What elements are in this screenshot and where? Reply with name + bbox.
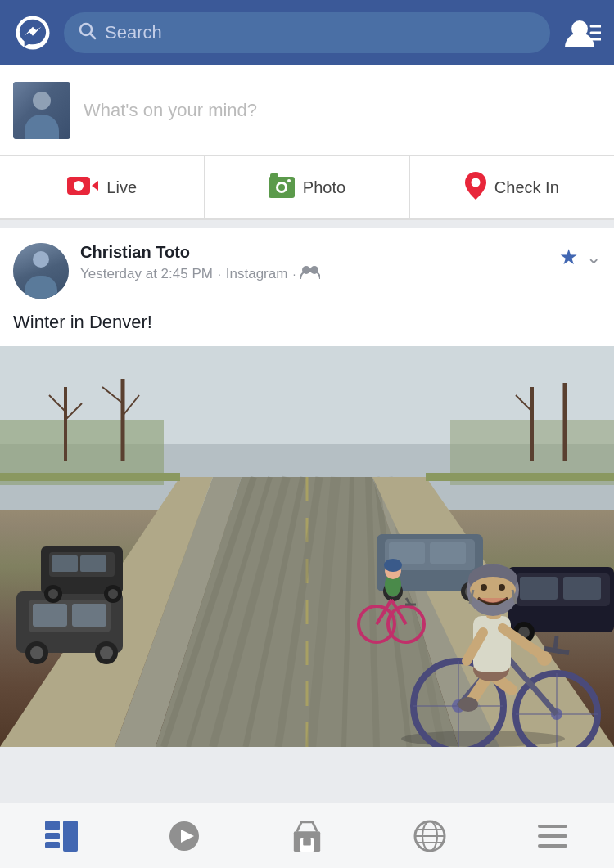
bookmark-star-icon[interactable]: ★	[559, 245, 578, 270]
photo-button[interactable]: Photo	[205, 156, 409, 218]
svg-marker-9	[92, 181, 98, 191]
news-feed-icon	[45, 820, 78, 852]
tab-news-feed[interactable]	[0, 803, 123, 868]
tab-globe[interactable]	[368, 803, 491, 868]
post-author-avatar[interactable]	[13, 243, 69, 299]
svg-rect-11	[270, 173, 278, 179]
search-placeholder: Search	[105, 22, 162, 43]
watch-icon	[168, 820, 201, 852]
checkin-label: Check In	[494, 178, 559, 197]
svg-rect-47	[0, 473, 180, 481]
svg-rect-75	[520, 577, 558, 600]
post-header: Christian Toto Yesterday at 2:45 PM · In…	[0, 228, 614, 307]
checkin-button[interactable]: Check In	[410, 156, 614, 218]
svg-line-104	[555, 636, 557, 649]
svg-rect-59	[52, 555, 78, 572]
user-avatar	[13, 82, 70, 139]
separator-dot: ·	[218, 268, 221, 281]
tab-menu[interactable]	[491, 803, 614, 868]
globe-icon	[413, 820, 446, 852]
app-header: Search	[0, 0, 614, 65]
svg-point-64	[108, 589, 118, 599]
svg-point-119	[481, 584, 487, 591]
svg-rect-125	[63, 821, 78, 852]
svg-point-56	[100, 646, 113, 659]
section-divider	[0, 220, 614, 228]
post-timestamp: Yesterday at 2:45 PM	[80, 266, 213, 282]
menu-icon	[536, 820, 569, 852]
svg-rect-123	[45, 833, 60, 839]
post-author-name[interactable]: Christian Toto	[80, 243, 548, 262]
more-options-chevron[interactable]: ⌄	[586, 247, 601, 268]
action-bar: Live Photo Check In	[0, 156, 614, 220]
svg-rect-124	[45, 842, 60, 848]
svg-point-14	[287, 179, 291, 182]
svg-rect-51	[33, 604, 67, 627]
svg-point-62	[48, 589, 58, 599]
svg-point-121	[458, 697, 478, 712]
separator-dot-2: ·	[292, 268, 296, 281]
post-card: Christian Toto Yesterday at 2:45 PM · In…	[0, 228, 614, 747]
svg-rect-68	[430, 542, 466, 564]
svg-point-13	[278, 184, 285, 191]
svg-rect-52	[72, 604, 106, 627]
svg-point-112	[537, 651, 552, 666]
svg-line-2	[91, 34, 96, 38]
svg-rect-130	[303, 837, 311, 845]
messenger-icon[interactable]	[13, 13, 52, 52]
header-right	[565, 15, 601, 51]
svg-point-54	[30, 646, 43, 659]
post-image[interactable]	[0, 346, 614, 747]
bottom-tab-bar	[0, 803, 614, 868]
svg-rect-48	[426, 473, 614, 481]
live-button[interactable]: Live	[0, 156, 205, 218]
svg-point-15	[471, 178, 480, 187]
photo-label: Photo	[303, 178, 345, 197]
post-action-buttons: ★ ⌄	[559, 243, 601, 270]
post-time: Yesterday at 2:45 PM · Instagram ·	[80, 264, 548, 283]
live-icon	[67, 174, 98, 201]
post-composer[interactable]: What's on your mind?	[0, 65, 614, 156]
post-text: Winter in Denver!	[0, 307, 614, 346]
live-label: Live	[106, 178, 137, 197]
marketplace-icon	[291, 820, 323, 852]
search-bar[interactable]: Search	[64, 12, 550, 53]
post-source[interactable]: Instagram	[226, 266, 288, 282]
svg-point-89	[384, 559, 402, 572]
audience-icon	[300, 264, 320, 283]
search-icon	[79, 22, 97, 44]
post-meta: Christian Toto Yesterday at 2:45 PM · In…	[80, 243, 548, 283]
photo-icon	[269, 173, 295, 202]
svg-point-120	[499, 584, 505, 591]
svg-rect-60	[80, 555, 106, 572]
svg-rect-122	[45, 821, 60, 830]
svg-rect-76	[563, 577, 601, 600]
composer-placeholder[interactable]: What's on your mind?	[84, 100, 257, 121]
profile-icon[interactable]	[565, 15, 601, 51]
tab-marketplace[interactable]	[246, 803, 368, 868]
tab-watch[interactable]	[123, 803, 246, 868]
checkin-icon	[465, 172, 486, 204]
svg-point-8	[74, 181, 84, 191]
